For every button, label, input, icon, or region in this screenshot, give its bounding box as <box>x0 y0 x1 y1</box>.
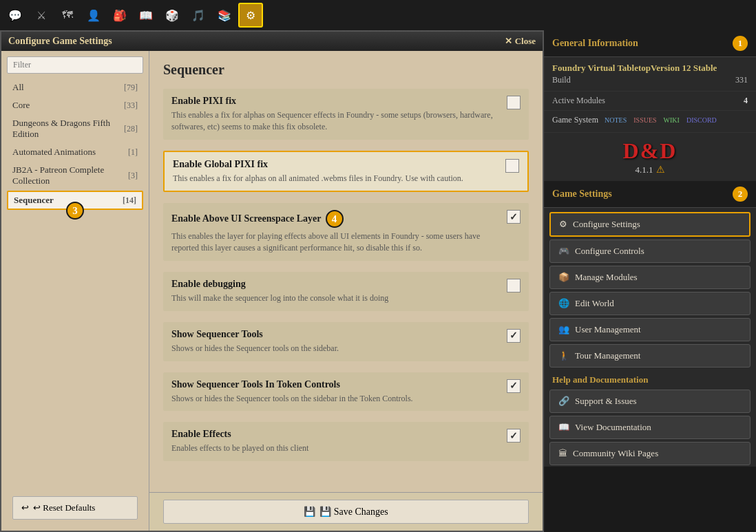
setting-above-ui-screenspace: Enable Above UI Screenspace Layer 4 This… <box>163 203 529 261</box>
settings-sidebar: All [79] Core [33] Dungeons & Dragons Fi… <box>1 51 149 531</box>
configure-controls-icon: 🎮 <box>558 246 569 257</box>
right-panel: General Information 1 Foundry Virtual Ta… <box>544 30 756 532</box>
general-info-badge: 1 <box>733 36 748 51</box>
edit-world-label: Edit World <box>575 298 614 309</box>
toolbar-playlists-icon[interactable]: 🎵 <box>186 3 211 28</box>
checkbox-above-ui[interactable] <box>507 210 521 224</box>
setting-global-pixi-fix: Enable Global PIXI fix This enables a fi… <box>163 151 529 193</box>
save-label: 💾 Save Changes <box>319 506 388 518</box>
toolbar-journal-icon[interactable]: 📖 <box>134 3 158 28</box>
reset-label: ↩ Reset Defaults <box>33 502 95 513</box>
sidebar-item-all[interactable]: All [79] <box>7 79 143 96</box>
foundry-build-num: 331 <box>735 75 748 85</box>
sidebar-label-dnd5e: Dungeons & Dragons Fifth Edition <box>12 118 124 140</box>
checkbox-debugging[interactable] <box>507 279 521 292</box>
dialog-close-button[interactable]: ✕ Close <box>505 36 536 47</box>
configure-settings-icon: ⚙ <box>559 219 567 230</box>
manage-modules-button[interactable]: 📦 Manage Modules <box>549 266 750 289</box>
section-title: Sequencer <box>163 62 529 78</box>
toolbar-actors-icon[interactable]: 👤 <box>81 3 106 28</box>
setting-show-tools-token: Show Sequencer Tools In Token Controls S… <box>163 372 529 412</box>
foundry-title: Foundry Virtual TabletopVersion 12 Stabl… <box>552 63 748 74</box>
gs-link-discord[interactable]: DISCORD <box>684 116 719 125</box>
sidebar-count-sequencer: [14] <box>123 195 136 206</box>
tour-management-button[interactable]: 🚶 Tour Management <box>549 344 750 368</box>
sidebar-count-automated-animations: [1] <box>128 147 138 158</box>
dnd-logo-text: D&D <box>544 138 756 164</box>
edit-world-button[interactable]: 🌐 Edit World <box>549 292 750 315</box>
configure-controls-button[interactable]: 🎮 Configure Controls <box>549 240 750 263</box>
setting-desc-pixi: This enables a fix for alphas on Sequenc… <box>171 109 498 133</box>
checkbox-pixi-fix[interactable] <box>507 96 521 109</box>
view-doc-icon: 📖 <box>558 422 569 433</box>
annotation-3: 3 <box>66 202 84 220</box>
setting-name-show-tools-token: Show Sequencer Tools In Token Controls <box>171 379 413 390</box>
configure-settings-button[interactable]: ⚙ Configure Settings <box>549 212 750 237</box>
main-area: Configure Game Settings ✕ Close All [79]… <box>0 30 756 532</box>
gs-link-issues[interactable]: ISSUES <box>631 116 658 125</box>
general-info-header: General Information 1 <box>544 30 756 57</box>
sidebar-count-jb2a: [3] <box>128 171 138 181</box>
checkbox-show-tools[interactable] <box>507 329 521 343</box>
toolbar-items-icon[interactable]: 🎒 <box>107 3 132 28</box>
dnd-version: 4.1.1 ⚠ <box>544 164 756 175</box>
setting-desc-global-pixi: This enables a fix for alphas on all ani… <box>173 173 463 184</box>
sidebar-count-dnd5e: [28] <box>124 124 138 134</box>
setting-show-sequencer-tools: Show Sequencer Tools Shows or hides the … <box>163 322 529 361</box>
manage-modules-icon: 📦 <box>558 272 569 283</box>
setting-desc-show-tools-token: Shows or hides the Sequencer tools on th… <box>171 393 413 405</box>
game-settings-header: Game Settings 2 <box>544 181 756 208</box>
help-section-label: Help and Documentation <box>544 369 756 388</box>
setting-debugging: Enable debugging This will make the sequ… <box>163 272 529 311</box>
toolbar-compendium-icon[interactable]: 📚 <box>212 3 237 28</box>
sidebar-label-core: Core <box>12 100 30 111</box>
setting-desc-show-tools: Shows or hides the Sequencer tools on th… <box>171 343 339 354</box>
save-changes-button[interactable]: 💾 💾 Save Changes <box>163 500 529 524</box>
toolbar-settings-icon[interactable]: ⚙ <box>238 3 263 28</box>
dialog-body: All [79] Core [33] Dungeons & Dragons Fi… <box>1 51 543 531</box>
sidebar-item-core[interactable]: Core [33] <box>7 97 143 114</box>
settings-content: Sequencer Enable PIXI fix This enables a… <box>149 51 543 531</box>
active-modules-label: Active Modules <box>552 96 605 106</box>
active-modules-count: 4 <box>744 96 748 106</box>
community-wiki-icon: 🏛 <box>558 448 567 459</box>
setting-name-pixi: Enable PIXI fix <box>171 96 498 107</box>
general-info-title: General Information <box>552 38 638 49</box>
checkbox-effects[interactable] <box>507 429 521 443</box>
settings-scroll-area[interactable]: Sequencer Enable PIXI fix This enables a… <box>149 51 543 492</box>
user-management-button[interactable]: 👥 User Management <box>549 318 750 341</box>
configure-settings-label: Configure Settings <box>573 219 640 230</box>
reset-defaults-button[interactable]: ↩ ↩ Reset Defaults <box>12 496 138 520</box>
dnd-logo: D&D 4.1.1 ⚠ <box>544 133 756 178</box>
reset-icon: ↩ <box>21 502 29 513</box>
user-management-icon: 👥 <box>558 324 569 335</box>
annotation-4: 4 <box>326 210 344 228</box>
sidebar-label-automated-animations: Automated Animations <box>12 147 96 158</box>
game-settings-badge: 2 <box>733 187 748 202</box>
view-documentation-button[interactable]: 📖 View Documentation <box>549 416 750 439</box>
sidebar-item-jb2a[interactable]: JB2A - Patreon Complete Collection [3] <box>7 162 143 189</box>
toolbar-scenes-icon[interactable]: 🗺 <box>55 3 80 28</box>
edit-world-icon: 🌐 <box>558 298 569 309</box>
sidebar-item-automated-animations[interactable]: Automated Animations [1] <box>7 144 143 160</box>
dialog-titlebar: Configure Game Settings ✕ Close <box>1 32 543 51</box>
setting-name-effects: Enable Effects <box>171 429 308 440</box>
top-toolbar: 💬 ⚔ 🗺 👤 🎒 📖 🎲 🎵 📚 ⚙ <box>0 0 756 30</box>
toolbar-combat-icon[interactable]: ⚔ <box>29 3 54 28</box>
sidebar-item-dnd5e[interactable]: Dungeons & Dragons Fifth Edition [28] <box>7 115 143 142</box>
sidebar-count-all: [79] <box>124 83 138 93</box>
filter-input[interactable] <box>7 56 143 74</box>
gs-link-wiki[interactable]: WIKI <box>662 116 682 125</box>
setting-name-show-tools: Show Sequencer Tools <box>171 329 339 340</box>
setting-enable-pixi-fix: Enable PIXI fix This enables a fix for a… <box>163 89 529 140</box>
checkbox-show-tools-token[interactable] <box>507 379 521 393</box>
gs-link-notes[interactable]: NOTES <box>602 116 629 125</box>
setting-enable-effects: Enable Effects Enables effects to be pla… <box>163 422 529 461</box>
toolbar-chat-icon[interactable]: 💬 <box>3 3 28 28</box>
checkbox-global-pixi-fix[interactable] <box>505 159 519 173</box>
support-issues-button[interactable]: 🔗 Support & Issues <box>549 390 750 413</box>
toolbar-tables-icon[interactable]: 🎲 <box>160 3 185 28</box>
community-wiki-label: Community Wiki Pages <box>573 448 658 459</box>
configure-controls-label: Configure Controls <box>575 246 644 257</box>
community-wiki-button[interactable]: 🏛 Community Wiki Pages <box>549 442 750 465</box>
